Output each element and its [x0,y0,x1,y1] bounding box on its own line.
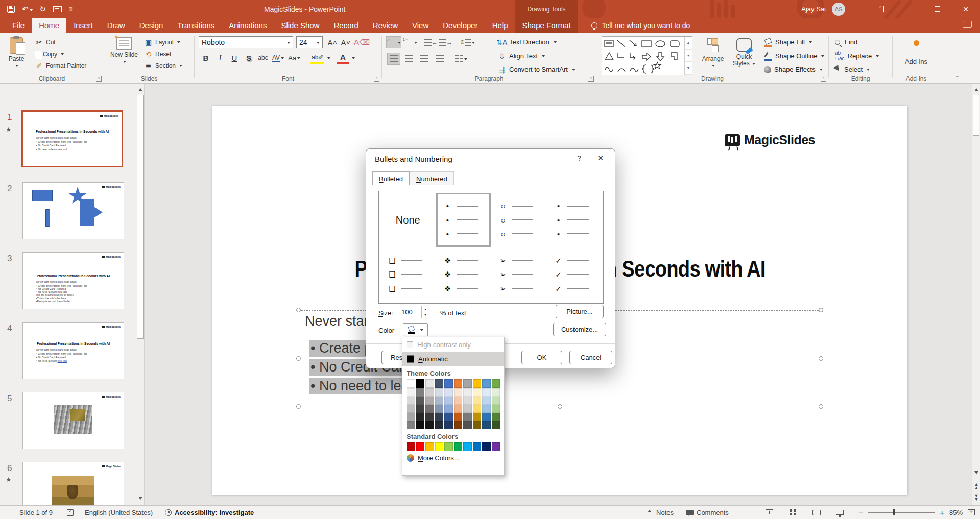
standard-color-swatch[interactable] [407,442,415,451]
bullets-button[interactable]: :≡ [386,36,401,48]
standard-color-swatch[interactable] [463,442,472,451]
theme-variant-swatch[interactable] [482,421,491,429]
format-painter-button[interactable]: ✐Format Painter [33,60,88,71]
tab-help[interactable]: Help [485,18,515,33]
theme-variant-swatch[interactable] [425,388,434,397]
size-spinner[interactable]: ▲▼ [421,306,429,318]
scroll-down-icon[interactable] [973,469,980,478]
change-case-button[interactable]: Aa [287,52,301,64]
main-vertical-scrollbar[interactable]: ▲▲ ▼▼ [972,84,980,505]
font-size-combo[interactable]: 24 [296,36,323,48]
tab-numbered[interactable]: Numbered [410,171,454,185]
theme-variant-swatch[interactable] [473,405,482,413]
align-text-button[interactable]: ⇳Align Text [497,49,575,63]
tab-file[interactable]: File [5,18,32,33]
comments-button[interactable]: Comments [686,509,729,516]
resize-handle[interactable] [296,356,301,361]
theme-variant-swatch[interactable] [444,413,453,421]
slide-thumbnail-1[interactable]: Professional Presentations in Seconds wi… [21,110,123,167]
tab-animations[interactable]: Animations [222,18,274,33]
justify-button[interactable] [433,53,446,65]
addins-button[interactable]: Add-ins [893,58,940,65]
theme-variant-swatch[interactable] [407,405,415,413]
customize-button[interactable]: Customize... [553,323,606,336]
theme-variant-swatch[interactable] [425,397,434,405]
theme-variant-swatch[interactable] [407,388,415,397]
tab-developer[interactable]: Developer [436,18,485,33]
theme-variant-swatch[interactable] [492,421,500,429]
color-dropdown-button[interactable] [403,323,428,336]
tab-review[interactable]: Review [366,18,405,33]
theme-variant-swatch[interactable] [435,397,444,405]
line-spacing-button[interactable]: ⇕ [460,36,475,48]
strikethrough-button[interactable]: abc [257,52,269,64]
theme-variant-swatch[interactable] [473,413,482,421]
align-right-button[interactable] [418,53,431,65]
tab-insert[interactable]: Insert [66,18,100,33]
theme-variant-swatch[interactable] [482,388,491,397]
picture-button[interactable]: Picture... [556,305,604,318]
main-scroll-thumb[interactable] [973,95,979,136]
theme-color-swatch[interactable] [444,379,453,388]
clipboard-dialog-launcher[interactable]: ⌞ [96,76,102,82]
bullet-style-hollow-square[interactable]: ❑❑❑ [380,248,436,302]
avatar[interactable]: AS [832,3,845,16]
tab-slide-show[interactable]: Slide Show [274,18,326,33]
theme-variant-swatch[interactable] [463,397,472,405]
resize-handle[interactable] [819,404,823,409]
theme-variant-swatch[interactable] [492,405,500,413]
ok-button[interactable]: OK [521,351,562,364]
theme-variant-swatch[interactable] [444,405,453,413]
numbering-button[interactable]: 1≡ [403,36,417,48]
highlight-color-button[interactable]: ab✐ [310,52,324,64]
increase-font-size-button[interactable]: A˄ [326,36,339,48]
theme-variant-swatch[interactable] [463,388,472,397]
dialog-help-icon[interactable]: ? [577,154,581,162]
theme-color-swatch[interactable] [482,379,491,388]
theme-variant-swatch[interactable] [463,405,472,413]
bullet-style-star-diamond[interactable]: ❖❖❖ [436,248,491,302]
theme-variant-swatch[interactable] [473,388,482,397]
select-button[interactable]: Select [835,63,879,77]
slideshow-view-button[interactable] [830,510,850,515]
bullet-style-none[interactable]: None [380,193,436,247]
language-status[interactable]: English (United States) [85,509,153,516]
tab-home[interactable]: Home [32,18,66,33]
close-button[interactable]: ✕ [951,0,980,18]
theme-variant-swatch[interactable] [454,397,463,405]
theme-variant-swatch[interactable] [473,397,482,405]
theme-variant-swatch[interactable] [454,388,463,397]
theme-variant-swatch[interactable] [473,421,482,429]
quick-styles-button[interactable]: Quick Styles [728,35,760,67]
tab-transitions[interactable]: Transitions [170,18,222,33]
theme-variant-swatch[interactable] [482,397,491,405]
ribbon-display-options-button[interactable] [866,0,894,18]
scroll-up-icon[interactable] [973,85,980,93]
spellcheck-status[interactable] [67,509,74,516]
standard-color-swatch[interactable] [416,442,425,451]
tab-record[interactable]: Record [326,18,365,33]
zoom-level[interactable]: 85% [949,509,963,516]
fit-slide-to-window-icon[interactable] [968,509,975,515]
theme-variant-swatch[interactable] [407,421,415,429]
collapse-ribbon-button[interactable]: ⌃ [955,75,960,81]
shape-effects-button[interactable]: Shape Effects [764,63,824,77]
tab-view[interactable]: View [405,18,436,33]
theme-color-swatch[interactable] [407,379,415,388]
theme-variant-swatch[interactable] [435,421,444,429]
bullet-style-checkmark[interactable]: ✓✓✓ [547,248,602,302]
theme-variant-swatch[interactable] [492,388,500,397]
automatic-option[interactable]: Automatic [402,352,504,366]
standard-color-swatch[interactable] [435,442,444,451]
slide-sorter-view-button[interactable] [783,509,803,515]
font-name-combo[interactable]: Roboto [199,36,293,48]
theme-color-swatch[interactable] [492,379,500,388]
shapes-gallery[interactable]: ▲▼▼ [602,36,692,75]
theme-color-swatch[interactable] [416,379,425,388]
bullet-style-hollow-round[interactable]: ○○○ [491,193,546,247]
slide-counter[interactable]: Slide 1 of 9 [19,509,53,516]
theme-variant-swatch[interactable] [482,413,491,421]
standard-color-swatch[interactable] [473,442,482,451]
customize-qat-icon[interactable]: ⍗ [69,7,72,12]
layout-button[interactable]: ▣Layout [142,36,184,48]
